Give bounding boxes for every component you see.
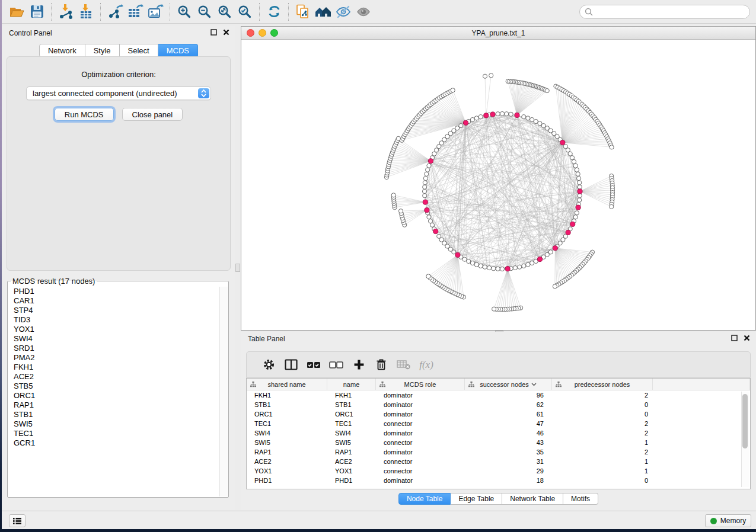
table-row[interactable]: FKH1FKH1dominator962 <box>247 390 750 400</box>
graph-mcds-node[interactable] <box>553 246 557 251</box>
cell-name[interactable]: ORC1 <box>327 409 376 419</box>
table-row[interactable]: PHD1PHD1dominator180 <box>247 476 750 485</box>
graph-node[interactable] <box>575 211 579 215</box>
graph-mcds-node[interactable] <box>578 189 582 194</box>
graph-node[interactable] <box>428 219 432 223</box>
graph-leaf-node[interactable] <box>553 284 557 289</box>
cell-name[interactable]: YOX1 <box>327 466 376 476</box>
graph-node[interactable] <box>496 112 500 116</box>
graph-mcds-node[interactable] <box>537 257 542 262</box>
cell-MCDS-role[interactable]: connector <box>376 438 465 447</box>
graph-leaf-node[interactable] <box>391 193 395 197</box>
show-task-history-button[interactable] <box>9 514 25 527</box>
hide-selected-icon[interactable] <box>333 2 353 21</box>
graph-node[interactable] <box>577 177 581 181</box>
cell-name[interactable]: STB1 <box>327 400 376 409</box>
graph-mcds-node[interactable] <box>566 230 570 235</box>
import-network-icon[interactable] <box>56 2 76 21</box>
graph-leaf-node[interactable] <box>426 274 430 278</box>
graph-leaf-node[interactable] <box>398 209 403 213</box>
tab-motifs[interactable]: Motifs <box>563 493 598 505</box>
graph-node[interactable] <box>425 172 429 176</box>
graph-node[interactable] <box>578 181 582 185</box>
graph-node[interactable] <box>479 115 483 119</box>
graph-node[interactable] <box>487 266 492 270</box>
cell-shared-name[interactable]: SWI4 <box>247 428 327 438</box>
graph-node[interactable] <box>500 111 504 116</box>
mcds-result-item[interactable]: ACE2 <box>8 372 219 382</box>
cell-predecessor-nodes[interactable]: 2 <box>552 390 653 400</box>
graph-node[interactable] <box>573 164 578 168</box>
graph-node[interactable] <box>573 215 578 219</box>
graph-node[interactable] <box>479 264 483 268</box>
graph-mcds-node[interactable] <box>455 252 460 257</box>
cell-predecessor-nodes[interactable]: 0 <box>552 400 653 409</box>
cell-MCDS-role[interactable]: connector <box>376 457 465 466</box>
mcds-result-item[interactable]: STB5 <box>8 382 219 391</box>
cell-name[interactable]: ACE2 <box>327 457 376 466</box>
graph-mcds-node[interactable] <box>425 208 429 213</box>
cell-successor-nodes[interactable]: 18 <box>465 476 552 485</box>
mcds-result-item[interactable]: ORC1 <box>8 391 219 400</box>
graph-node[interactable] <box>578 198 582 202</box>
tab-network-table[interactable]: Network Table <box>502 493 563 505</box>
optimization-criterion-select[interactable]: largest connected component (undirected) <box>26 86 211 100</box>
table-mode-gear-icon[interactable] <box>257 354 280 376</box>
mcds-result-item[interactable]: SWI5 <box>8 419 219 429</box>
graph-node[interactable] <box>572 159 576 164</box>
column-header-successor-nodes[interactable]: successor nodes <box>465 379 552 390</box>
graph-leaf-node[interactable] <box>451 88 455 92</box>
close-panel-icon[interactable] <box>744 335 750 341</box>
mcds-result-item[interactable]: CAR1 <box>8 296 219 306</box>
select-all-rows-icon[interactable] <box>302 354 325 376</box>
graph-node[interactable] <box>423 177 428 181</box>
save-session-icon[interactable] <box>27 2 47 21</box>
graph-leaf-node[interactable] <box>610 145 614 149</box>
mcds-result-item[interactable]: PMA2 <box>8 353 219 363</box>
tab-style[interactable]: Style <box>85 44 120 57</box>
table-row[interactable]: TEC1TEC1connector472 <box>247 419 750 428</box>
graph-node[interactable] <box>470 261 474 265</box>
graph-node[interactable] <box>437 234 441 238</box>
mcds-result-item[interactable]: TEC1 <box>8 429 219 438</box>
network-graph[interactable] <box>241 40 755 330</box>
graph-mcds-node[interactable] <box>433 229 438 233</box>
mcds-result-item[interactable]: STP4 <box>8 306 219 315</box>
graph-node[interactable] <box>500 267 504 271</box>
new-network-from-selection-icon[interactable] <box>293 2 313 21</box>
cell-successor-nodes[interactable]: 35 <box>465 447 552 457</box>
cell-predecessor-nodes[interactable]: 1 <box>552 466 653 476</box>
cell-MCDS-role[interactable]: dominator <box>376 428 465 438</box>
cell-MCDS-role[interactable]: dominator <box>376 447 465 457</box>
cell-predecessor-nodes[interactable]: 1 <box>552 457 653 466</box>
cell-successor-nodes[interactable]: 46 <box>465 428 552 438</box>
graph-leaf-node[interactable] <box>545 89 549 93</box>
graph-mcds-node[interactable] <box>560 140 565 145</box>
mcds-result-item[interactable]: SWI4 <box>8 334 219 344</box>
table-row[interactable]: ACE2ACE2connector311 <box>247 457 750 466</box>
graph-node[interactable] <box>430 223 434 227</box>
table-row[interactable]: STB1STB1dominator620 <box>247 400 750 409</box>
graph-node[interactable] <box>426 168 430 172</box>
close-panel-button[interactable]: Close panel <box>122 108 183 121</box>
cell-MCDS-role[interactable]: dominator <box>376 476 465 485</box>
network-view-titlebar[interactable]: YPA_prune.txt_1 <box>241 27 755 40</box>
cell-MCDS-role[interactable]: dominator <box>376 409 465 419</box>
graph-node[interactable] <box>518 265 522 269</box>
graph-node[interactable] <box>427 164 431 168</box>
graph-node[interactable] <box>470 117 474 121</box>
table-row[interactable]: YOX1YOX1connector291 <box>247 466 750 476</box>
graph-node[interactable] <box>492 267 496 271</box>
cell-successor-nodes[interactable]: 29 <box>465 466 552 476</box>
export-image-icon[interactable] <box>145 2 165 21</box>
show-columns-icon[interactable] <box>280 354 302 376</box>
mcds-result-item[interactable]: TID3 <box>8 315 219 325</box>
cell-name[interactable]: FKH1 <box>327 390 376 400</box>
graph-node[interactable] <box>423 181 427 185</box>
graph-node[interactable] <box>578 185 582 189</box>
cell-shared-name[interactable]: ACE2 <box>247 457 327 466</box>
graph-leaf-node[interactable] <box>489 73 493 78</box>
graph-node[interactable] <box>509 112 513 116</box>
graph-node[interactable] <box>474 116 479 120</box>
graph-node[interactable] <box>522 115 526 119</box>
